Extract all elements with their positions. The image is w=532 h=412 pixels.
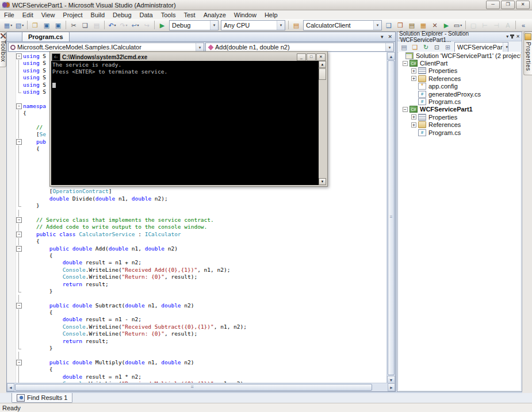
auto-hide-pin-icon[interactable] <box>511 34 513 38</box>
type-dropdown[interactable]: Microsoft.ServiceModel.Samples.ICalculat… <box>8 43 204 52</box>
code-line[interactable]: { <box>16 366 387 373</box>
expand-box-icon[interactable]: + <box>411 76 416 81</box>
copy-button[interactable]: ❏ <box>79 20 91 30</box>
console-scrollbar[interactable] <box>319 61 326 185</box>
code-line[interactable]: public double Add(double n1, double n2) <box>16 245 387 252</box>
redo-button[interactable]: ↷▾ <box>118 20 129 30</box>
project-selector-combo[interactable]: WCFServicePar <box>454 42 508 52</box>
scroll-down-arrow[interactable] <box>319 178 326 185</box>
properties-tab[interactable]: Properties <box>523 32 532 75</box>
tree-item-program-cs[interactable]: Program.cs <box>399 129 520 136</box>
menu-help[interactable]: Help <box>261 11 282 19</box>
start-page-button[interactable]: ▶ <box>441 20 452 30</box>
fold-collapse-box[interactable] <box>16 231 23 238</box>
fold-collapse-box[interactable] <box>16 245 23 252</box>
undo-button[interactable]: ↶▾ <box>106 20 118 30</box>
toolbox-tab[interactable]: Toolbox <box>0 32 6 67</box>
refresh-button[interactable]: ↻ <box>420 43 431 51</box>
document-list-chevron-icon[interactable] <box>381 34 384 40</box>
editor-vertical-scrollbar[interactable] <box>386 52 395 383</box>
code-line[interactable]: } <box>16 345 387 352</box>
tree-item-generatedproxy-cs[interactable]: generatedProxy.cs <box>399 90 520 98</box>
view-class-diagram-button[interactable]: ⊞ <box>442 43 453 51</box>
menu-file[interactable]: File <box>0 11 18 19</box>
code-line[interactable] <box>16 210 387 217</box>
expand-box-icon[interactable]: + <box>411 68 416 74</box>
tree-item-references[interactable]: +References <box>399 121 520 129</box>
scroll-up-arrow[interactable] <box>319 61 326 68</box>
fold-collapse-box[interactable] <box>16 103 23 110</box>
add-new-item-button[interactable]: ▤ <box>406 20 418 30</box>
solution-configurations-combo[interactable]: Debug <box>169 20 219 30</box>
show-all-files-button[interactable]: ❏ <box>409 43 420 51</box>
code-line[interactable]: Console.WriteLine("Return: {0}", result)… <box>16 330 387 337</box>
code-line[interactable]: // Added code to write output to the con… <box>16 224 387 230</box>
collapse-box-icon[interactable]: − <box>403 107 408 112</box>
menu-window[interactable]: Window <box>230 11 261 19</box>
close-document-icon[interactable] <box>388 34 392 40</box>
fold-collapse-box[interactable] <box>16 302 23 309</box>
code-line[interactable]: Console.WriteLine("Received Subtract({0}… <box>16 324 387 330</box>
console-title-bar[interactable]: C:\Windows\system32\cmd.exe _ □ ✕ <box>51 53 326 61</box>
scroll-up-arrow[interactable] <box>387 52 395 60</box>
indicator-margin[interactable] <box>7 52 16 383</box>
tree-item-references[interactable]: +References <box>399 75 520 82</box>
console-minimize-button[interactable]: _ <box>297 53 306 61</box>
fold-collapse-box[interactable] <box>16 359 23 366</box>
console-scroll-thumb[interactable] <box>319 68 326 80</box>
solution-explorer-header[interactable]: Solution Explorer - Solution 'WCFService… <box>397 32 522 41</box>
minimize-button[interactable] <box>486 1 500 9</box>
code-line[interactable]: { <box>16 309 387 316</box>
indent-increase-button[interactable]: » <box>529 20 532 30</box>
build-tools-button[interactable]: ✕ <box>429 20 441 30</box>
window-menu-chevron-icon[interactable] <box>506 34 508 39</box>
code-line[interactable]: double result = n1 + n2; <box>16 259 387 266</box>
code-line[interactable]: // Service class that implements the ser… <box>16 217 387 224</box>
solution-platforms-combo[interactable]: Any CPU <box>221 20 285 30</box>
console-body[interactable]: The service is ready.Press <ENTER> to te… <box>51 61 326 185</box>
menu-analyze[interactable]: Analyze <box>200 11 230 19</box>
code-line[interactable]: } <box>16 288 387 295</box>
editor-horizontal-scrollbar[interactable] <box>7 383 395 391</box>
code-line[interactable]: double Divide(double n1, double n2); <box>16 195 387 202</box>
save-all-button[interactable]: ▣ <box>52 20 64 30</box>
code-line[interactable]: double result = n1 - n2; <box>16 316 387 323</box>
tree-item-program-cs[interactable]: Program.cs <box>399 98 520 105</box>
console-maximize-button[interactable]: □ <box>307 53 316 61</box>
menu-view[interactable]: View <box>37 11 59 19</box>
member-dropdown[interactable]: Add(double n1, double n2) <box>205 43 394 52</box>
restore-button[interactable] <box>501 1 515 9</box>
fold-collapse-box[interactable] <box>16 53 23 60</box>
code-line[interactable]: return result; <box>16 338 387 345</box>
menu-test[interactable]: Test <box>179 11 199 19</box>
extension-manager-button[interactable]: ▦ <box>418 20 429 30</box>
menu-tools[interactable]: Tools <box>157 11 180 19</box>
tree-item-clientpart[interactable]: −ClientPart <box>399 59 520 67</box>
code-line[interactable]: Console.WriteLine("Received Add({0},{1})… <box>16 267 387 274</box>
view-designer-button[interactable]: ❒ <box>395 20 406 30</box>
cut-button[interactable]: ✂ <box>68 20 79 30</box>
indent-decrease-button[interactable]: « <box>518 20 529 30</box>
open-file-button[interactable]: ❐ <box>29 20 41 30</box>
collapse-box-icon[interactable]: − <box>403 61 408 66</box>
font-size-button[interactable]: A <box>502 20 514 30</box>
code-line[interactable]: } <box>16 202 387 209</box>
find-results-tab[interactable]: Find Results 1 <box>12 393 72 403</box>
startup-project-combo[interactable]: CalculatorClient <box>303 20 382 30</box>
code-line[interactable]: { <box>16 252 387 259</box>
tree-item-wcfservicepart1[interactable]: −WCFServicePart1 <box>399 106 520 113</box>
command-window-button[interactable]: ▭▾ <box>452 20 464 30</box>
expand-box-icon[interactable]: + <box>411 114 416 120</box>
menu-debug[interactable]: Debug <box>109 11 135 19</box>
add-item-button[interactable]: ▧▾ <box>14 20 25 30</box>
fold-collapse-box[interactable] <box>16 138 23 145</box>
align-left-button[interactable]: ⊢ <box>479 20 491 30</box>
properties-button[interactable]: ▤ <box>399 43 409 51</box>
tab-program-cs[interactable]: Program.cs <box>22 32 70 41</box>
start-debugging-button[interactable]: ▶ <box>156 20 168 30</box>
code-line[interactable] <box>16 295 387 302</box>
code-line[interactable]: double result = n1 * n2; <box>16 374 387 380</box>
code-line[interactable]: public class CalculatorService : ICalcul… <box>16 231 387 238</box>
console-window[interactable]: C:\Windows\system32\cmd.exe _ □ ✕ The se… <box>49 51 328 187</box>
startup-project-icon[interactable]: ▤ <box>290 20 302 30</box>
